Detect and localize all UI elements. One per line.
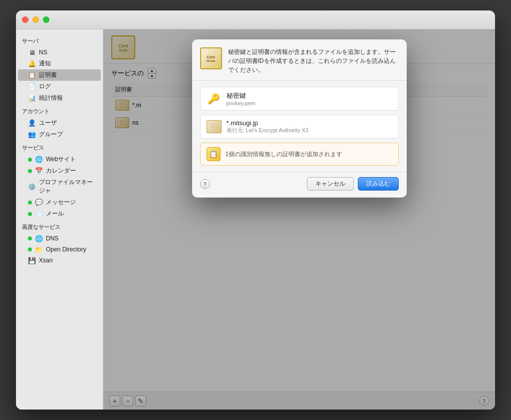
server-section-label: サーバ xyxy=(16,33,103,47)
sidebar-item-stats[interactable]: 📊 統計情報 xyxy=(18,92,101,104)
sidebar-item-label: メッセージ xyxy=(46,198,76,207)
content-area: サーバ 🖥 NS 🔔 通知 📋 証明書 📄 ログ 📊 統計情報 xyxy=(16,29,495,410)
sidebar-item-profile-manager[interactable]: ⚙️ プロファイルマネージャ xyxy=(18,177,101,197)
stats-icon: 📊 xyxy=(28,94,36,102)
sidebar-item-label: 証明書 xyxy=(39,71,57,79)
minimize-button[interactable] xyxy=(32,16,39,23)
modal-footer: ? キャンセル 読み込む xyxy=(192,172,407,198)
status-dot-green xyxy=(28,247,32,251)
main-window: サーバ 🖥 NS 🔔 通知 📋 証明書 📄 ログ 📊 統計情報 xyxy=(16,10,495,410)
service-section-label: サービス xyxy=(16,140,103,154)
xsan-icon: 💾 xyxy=(28,256,36,264)
sidebar-item-label: DNS xyxy=(46,235,58,242)
profile-icon: ⚙️ xyxy=(28,183,36,191)
account-section-label: アカウント xyxy=(16,104,103,117)
server-icon: 🖥 xyxy=(28,48,36,56)
sidebar-item-ns[interactable]: 🖥 NS xyxy=(18,47,101,58)
modal-help-button[interactable]: ? xyxy=(200,179,210,189)
sidebar-item-user[interactable]: 👤 ユーザ xyxy=(18,117,101,129)
private-key-item: 🔑 秘密鍵 privkey.pem xyxy=(200,87,399,111)
sidebar-item-label: プロファイルマネージャ xyxy=(39,178,95,195)
status-dot-green xyxy=(28,212,32,216)
sidebar-item-xsan[interactable]: 💾 Xsan xyxy=(18,255,101,266)
sidebar-item-group[interactable]: 👥 グループ xyxy=(18,129,101,140)
modal-body: 🔑 秘密鍵 privkey.pem 📜 *.mitsugi.jp 発行 xyxy=(192,81,407,172)
warning-item: 📋 1個の識別情報無しの証明書が追加されます xyxy=(200,143,399,166)
sidebar-item-open-directory[interactable]: 📁 Open Directory xyxy=(18,244,101,255)
import-modal: Cert ificate 秘密鍵と証明書の情報が含まれるファイルを追加します。サ… xyxy=(192,39,407,198)
sidebar-item-label: NS xyxy=(39,49,47,56)
sidebar-item-calendar[interactable]: 📅 カレンダー xyxy=(18,165,101,177)
directory-icon: 📁 xyxy=(35,245,43,253)
cert-item-icon: 📜 xyxy=(207,120,222,133)
dns-icon: 🌐 xyxy=(35,234,43,242)
close-button[interactable] xyxy=(22,16,28,23)
sidebar-item-label: Webサイト xyxy=(46,155,76,164)
sidebar-item-log[interactable]: 📄 ログ xyxy=(18,81,101,92)
log-icon: 📄 xyxy=(28,83,36,91)
mail-icon: ✉️ xyxy=(35,210,43,218)
warning-icon: 📋 xyxy=(207,147,221,161)
import-button[interactable]: 読み込む xyxy=(358,177,399,191)
maximize-button[interactable] xyxy=(43,16,49,23)
certificate-icon: 📋 xyxy=(28,71,36,79)
sidebar-item-label: ログ xyxy=(39,82,51,91)
sidebar-item-website[interactable]: 🌐 Webサイト xyxy=(18,154,101,165)
sidebar-item-certificate[interactable]: 📋 証明書 xyxy=(18,69,101,81)
sidebar-item-label: ユーザ xyxy=(39,119,57,127)
private-key-text: 秘密鍵 privkey.pem xyxy=(227,91,392,106)
sidebar-item-label: メール xyxy=(46,210,64,218)
main-content: Certi ficate サービスの ▲ ▼ 証明書 有効期 xyxy=(103,29,495,410)
certificate-subtitle: 発行元: Let's Encrypt Authority X3 xyxy=(227,127,392,134)
user-icon: 👤 xyxy=(28,119,36,127)
warning-text: 1個の識別情報無しの証明書が追加されます xyxy=(226,150,343,159)
modal-description: 秘密鍵と証明書の情報が含まれるファイルを追加します。サーバの証明書IDを作成する… xyxy=(228,47,399,74)
calendar-icon: 📅 xyxy=(35,167,43,175)
titlebar xyxy=(16,10,495,29)
advanced-section-label: 高度なサービス xyxy=(16,219,103,233)
modal-header: Cert ificate 秘密鍵と証明書の情報が含まれるファイルを追加します。サ… xyxy=(192,39,407,81)
status-dot-green xyxy=(28,169,32,173)
sidebar-item-label: 統計情報 xyxy=(39,94,63,102)
sidebar-item-label: Xsan xyxy=(39,257,52,264)
certificate-text: *.mitsugi.jp 発行元: Let's Encrypt Authorit… xyxy=(227,119,392,134)
modal-cert-icon: Cert ificate xyxy=(200,47,222,69)
status-dot-green xyxy=(28,236,32,240)
certificate-item: 📜 *.mitsugi.jp 発行元: Let's Encrypt Author… xyxy=(200,115,399,139)
key-icon: 🔑 xyxy=(207,91,222,106)
sidebar-item-dns[interactable]: 🌐 DNS xyxy=(18,233,101,244)
cancel-button[interactable]: キャンセル xyxy=(307,177,354,191)
certificate-title: *.mitsugi.jp xyxy=(227,119,392,127)
message-icon: 💬 xyxy=(35,199,43,207)
status-dot-green xyxy=(28,201,32,205)
private-key-subtitle: privkey.pem xyxy=(227,100,392,106)
private-key-title: 秘密鍵 xyxy=(227,91,392,100)
sidebar: サーバ 🖥 NS 🔔 通知 📋 証明書 📄 ログ 📊 統計情報 xyxy=(16,29,103,410)
sidebar-item-label: 通知 xyxy=(39,59,51,68)
sidebar-item-label: Open Directory xyxy=(46,246,86,253)
group-icon: 👥 xyxy=(28,131,36,139)
sidebar-item-notification[interactable]: 🔔 通知 xyxy=(18,58,101,69)
sidebar-item-mail[interactable]: ✉️ メール xyxy=(18,208,101,219)
status-dot-green xyxy=(28,158,32,162)
sidebar-item-message[interactable]: 💬 メッセージ xyxy=(18,197,101,208)
sidebar-item-label: カレンダー xyxy=(46,167,76,175)
sidebar-item-label: グループ xyxy=(39,130,63,139)
modal-overlay: Cert ificate 秘密鍵と証明書の情報が含まれるファイルを追加します。サ… xyxy=(103,29,495,410)
web-icon: 🌐 xyxy=(35,156,43,164)
bell-icon: 🔔 xyxy=(28,60,36,68)
